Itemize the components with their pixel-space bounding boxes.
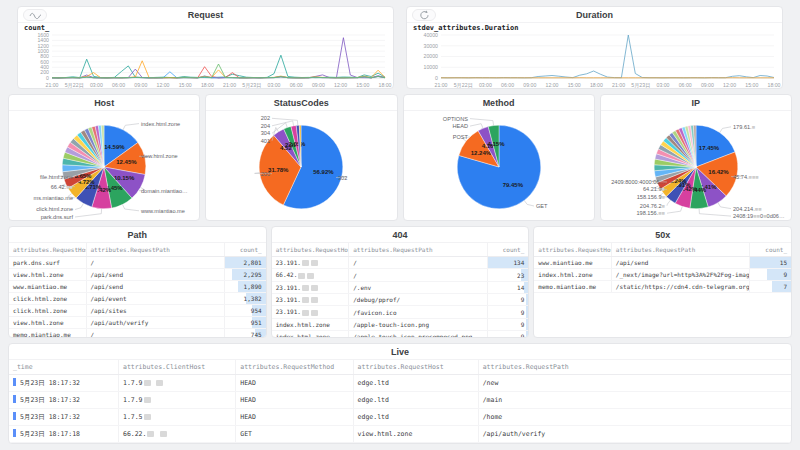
svg-text:600: 600 (40, 59, 49, 65)
table-cell: /api/send (86, 269, 225, 281)
panel-title: Method (483, 98, 515, 108)
svg-text:index.html.zone: index.html.zone (141, 121, 180, 127)
table-row[interactable]: www.miantiao.me/api/send15 (534, 257, 791, 269)
table-cell: /.env (349, 281, 488, 293)
table-row[interactable]: memo.miantiao.me/static/https://cdn4.cdn… (534, 281, 791, 293)
svg-text:200: 200 (261, 171, 270, 177)
table-row[interactable]: index.html.zone/apple-touch-icon-precomp… (272, 330, 529, 337)
table-row[interactable]: click.html.zone/api/event1,382 (9, 293, 266, 305)
svg-text:18:00: 18:00 (590, 82, 603, 88)
count-cell: 9 (487, 294, 528, 306)
table-cell: /debug/pprof/ (349, 294, 488, 306)
svg-text:1400: 1400 (37, 37, 49, 43)
svg-text:GET: GET (536, 203, 548, 209)
svg-text:204.214.■■: 204.214.■■ (733, 206, 762, 212)
table-row[interactable]: park.dns.surf/2,801 (9, 257, 266, 269)
table-row[interactable]: 66.42./23 (272, 269, 529, 281)
column-header: attributes.RequestPath (86, 243, 225, 257)
panel-title: IP (692, 98, 701, 108)
row-marker (13, 412, 16, 420)
table-row[interactable]: 5月23日 18:17:1866.22. GETview.html.zone/a… (9, 426, 791, 443)
panel-title: Duration (576, 10, 613, 20)
top-tables-row: Path attributes.RequestHostattributes.Re… (8, 226, 792, 338)
svg-text:21:00: 21:00 (435, 82, 448, 88)
svg-text:30000: 30000 (424, 43, 439, 49)
table-cell: 23.191. (272, 257, 349, 269)
count-cell: 2,801 (225, 257, 266, 269)
pie-charts-row: Host 14.59%12.45%10.15%8.45%7.42%6.71%4.… (8, 94, 792, 221)
column-header: attributes.RequestHost (353, 360, 478, 375)
table-row[interactable]: view.html.zone/api/auth/verify951 (9, 317, 266, 329)
host-pie-chart[interactable]: 14.59%12.45%10.15%8.45%7.42%6.71%4.72%3.… (9, 111, 199, 220)
table-cell: 23.191. (272, 281, 349, 293)
svg-text:5月22日: 5月22日 (65, 82, 84, 89)
count-cell: 1,382 (225, 293, 266, 305)
panel-duration: Duration stdev_attributes.Duration 01000… (406, 6, 783, 89)
column-header: attributes.RequestHost (272, 243, 349, 257)
svg-text:03:00: 03:00 (479, 82, 492, 88)
count-cell: 1,890 (225, 281, 266, 293)
chart-style-button[interactable] (23, 9, 47, 21)
data-table: _timeattributes.ClientHostattributes.Req… (9, 360, 791, 443)
svg-text:400: 400 (40, 64, 49, 70)
ip-pie-chart[interactable]: 17.45%16.42%7.41%6.44%5.42%3.91%3.24%240… (601, 111, 791, 220)
table-row[interactable]: 23.191./134 (272, 257, 529, 269)
table-cell: / (86, 329, 225, 338)
svg-text:10.15%: 10.15% (114, 176, 135, 182)
table-row[interactable]: 5月23日 18:17:321.7.9 HEADedge.ltd/new (9, 375, 791, 392)
table-cell: index.html.zone (272, 318, 349, 330)
table-cell: /_next/image?url=http%3A%2F%2Fog-image.h… (611, 269, 750, 281)
svg-text:12:00: 12:00 (723, 82, 736, 88)
table-row[interactable]: click.html.zone/api/sites954 (9, 305, 266, 317)
table-row[interactable]: index.html.zone/apple-touch-icon.png9 (272, 318, 529, 330)
table-cell: / (349, 257, 488, 269)
column-header: attributes.RequestHost (534, 243, 611, 257)
table-row[interactable]: www.miantiao.me/api/send1,890 (9, 281, 266, 293)
statuscodes-pie-chart[interactable]: 56.92%31.78%4.52%2.91%2.05%2022043044012… (206, 111, 396, 220)
table-row[interactable]: 5月23日 18:16:3869.74. GETpark.dns.surf/ (9, 443, 791, 444)
table-row[interactable]: view.html.zone/api/send2,295 (9, 269, 266, 281)
column-header: attributes.RequestMethod (236, 360, 353, 375)
duration-chart-area: stdev_attributes.Duration 01000020000300… (407, 23, 782, 88)
table-cell: index.html.zone (534, 269, 611, 281)
duration-line-chart[interactable]: 01000020000300004000021:005月22日03:0006:0… (407, 23, 782, 88)
svg-text:0: 0 (435, 75, 438, 81)
table-cell: memo.miantiao.me (534, 281, 611, 293)
refresh-button[interactable] (412, 9, 436, 21)
table-row[interactable]: 23.191./debug/pprof/9 (272, 294, 529, 306)
request-line-chart[interactable]: 0200400600800100012001400160021:005月22日0… (18, 23, 393, 88)
svg-text:03:00: 03:00 (657, 82, 670, 88)
count-cell: 9 (487, 306, 528, 318)
table-cell: park.dns.surf (9, 257, 86, 269)
count-cell: 9 (487, 318, 528, 330)
panel-statuscodes: StatusCodes 56.92%31.78%4.52%2.91%2.05%2… (205, 94, 397, 221)
svg-text:domain.miantiao…: domain.miantiao… (141, 188, 188, 194)
svg-text:304: 304 (261, 131, 270, 137)
table-row[interactable]: 23.191./favicon.ico9 (272, 306, 529, 318)
table-cell: 5月23日 18:17:32 (9, 409, 118, 426)
y-axis-label: stdev_attributes.Duration (413, 24, 518, 32)
table-cell: edge.ltd (353, 409, 478, 426)
panel-title: Path (128, 230, 148, 240)
svg-text:5月22日: 5月22日 (454, 82, 473, 89)
table-row[interactable]: 23.191./.env14 (272, 281, 529, 293)
table-row[interactable]: 5月23日 18:17:321.7.9HEADedge.ltd/main (9, 392, 791, 409)
table-row[interactable]: 5月23日 18:17:321.7.5HEADedge.ltd/home (9, 409, 791, 426)
svg-text:401: 401 (261, 138, 270, 144)
panel-method-header: Method (404, 95, 594, 111)
table-row[interactable]: index.html.zone/_next/image?url=http%3A%… (534, 269, 791, 281)
svg-text:09:00: 09:00 (701, 82, 714, 88)
svg-text:09:00: 09:00 (523, 82, 536, 88)
method-pie-chart[interactable]: 79.45%12.24%4.16%4.15%OPTIONSHEADPOSTGET (404, 111, 594, 220)
svg-text:15:00: 15:00 (356, 82, 369, 88)
svg-text:79.45%: 79.45% (502, 183, 523, 189)
table-cell: /api/sites (86, 305, 225, 317)
table-cell: / (478, 443, 791, 444)
svg-text:12.24%: 12.24% (470, 150, 491, 156)
svg-text:17.45%: 17.45% (699, 145, 720, 151)
table-row[interactable]: memo.miantiao.me/745 (9, 329, 266, 338)
table-cell: / (349, 269, 488, 281)
svg-text:179.61.■: 179.61.■ (733, 124, 756, 130)
table-cell: 66.22. (118, 426, 235, 443)
panel-title: Live (391, 347, 409, 357)
